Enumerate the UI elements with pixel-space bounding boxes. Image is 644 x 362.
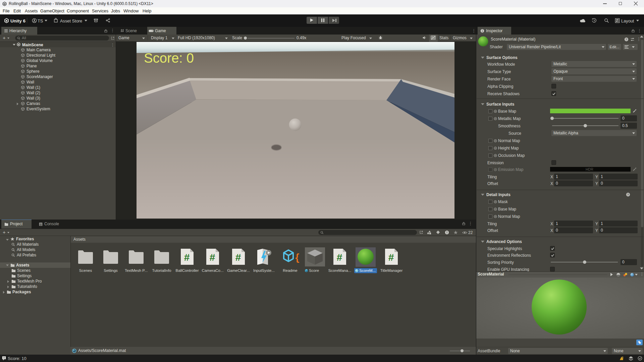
svg-text:?: ?: [627, 193, 629, 196]
svg-text:#: #: [184, 252, 190, 263]
svg-text:#: #: [235, 252, 241, 263]
svg-text:#: #: [210, 252, 215, 263]
svg-text:?: ?: [626, 38, 627, 41]
svg-text:#: #: [388, 252, 394, 263]
svg-text:#: #: [337, 252, 342, 263]
svg-text:{}: {}: [294, 252, 299, 264]
svg-text:Score: 0: Score: 0: [144, 51, 194, 65]
